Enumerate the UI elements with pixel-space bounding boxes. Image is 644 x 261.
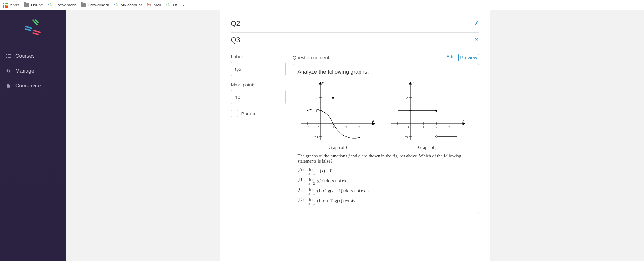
content-card: Q2 Q3 Label Max. points (220, 10, 490, 261)
svg-rect-3 (8, 56, 11, 56)
svg-text:y: y (322, 80, 324, 84)
question-content-column: Question content Edit Preview Analyze th… (293, 54, 479, 213)
bookmark-apps-label: Apps (10, 3, 19, 7)
bookmark-crowdmark-2-label: Crowdmark (88, 3, 109, 7)
content-area: Q2 Q3 Label Max. points (66, 10, 644, 261)
bookmark-users[interactable]: USERS (166, 3, 187, 8)
bookmark-myaccount-label: My account (120, 3, 142, 7)
content-modes: Edit Preview (446, 54, 479, 61)
svg-rect-2 (6, 56, 7, 56)
svg-point-50 (435, 110, 437, 112)
question-q3-title: Q3 (231, 36, 240, 44)
close-icon[interactable] (475, 37, 479, 43)
svg-text:−1: −1 (314, 135, 318, 138)
bookmark-bar: Apps House Crowdmark Crowdmark My accoun… (0, 0, 644, 10)
sidebar-item-label: Courses (15, 53, 35, 59)
svg-marker-7 (372, 122, 375, 125)
svg-text:1: 1 (423, 125, 425, 129)
sidebar-item-manage[interactable]: Manage (0, 64, 66, 78)
gear-icon (6, 69, 11, 73)
edit-icon[interactable] (474, 21, 479, 27)
question-prompt: Analyze the following graphs: (298, 69, 474, 75)
label-field-label: Label (231, 54, 286, 59)
question-statement: The graphs of the functions f and g are … (298, 154, 474, 164)
svg-text:x: x (462, 118, 464, 122)
preview-box: Analyze the following graphs: (293, 64, 479, 213)
bookmark-crowdmark-1[interactable]: Crowdmark (47, 3, 76, 8)
sidebar-item-coordinate[interactable]: Coordinate (0, 78, 66, 93)
clipboard-icon (6, 84, 11, 88)
question-q2-title: Q2 (231, 19, 240, 28)
bookmark-mail[interactable]: Mail (147, 3, 161, 7)
apps-grid-icon (3, 3, 8, 8)
bookmark-house-label: House (31, 3, 43, 7)
graph-f: −1 O 1 2 3 1 2 −1 x (298, 78, 378, 150)
svg-text:2: 2 (436, 125, 437, 129)
svg-point-27 (332, 97, 334, 99)
bookmark-crowdmark-1-label: Crowdmark (54, 3, 76, 7)
svg-text:O: O (318, 125, 320, 129)
sidebar-item-label: Coordinate (15, 83, 41, 89)
svg-rect-5 (8, 57, 11, 58)
folder-icon (24, 3, 29, 7)
maxpoints-input[interactable] (231, 90, 286, 104)
bookmark-apps[interactable]: Apps (3, 3, 19, 8)
sidebar: Courses Manage Coordinate (0, 10, 66, 261)
svg-rect-1 (8, 54, 11, 55)
list-icon (6, 54, 11, 58)
graph-g-caption: Graph of g (388, 145, 468, 150)
sidebar-item-courses[interactable]: Courses (0, 49, 66, 64)
svg-text:−1: −1 (405, 135, 409, 138)
svg-rect-4 (6, 57, 7, 58)
bookmark-users-label: USERS (173, 3, 187, 7)
maxpoints-field-label: Max. points (231, 82, 286, 87)
svg-text:−1: −1 (306, 125, 310, 129)
bonus-row: Bonus (231, 110, 286, 117)
crowdmark-icon (166, 3, 171, 8)
edit-mode-link[interactable]: Edit (446, 54, 455, 61)
option-d: (D) limx→1 (f (x + 1) g(x)) exists. (298, 197, 474, 205)
sidebar-item-label: Manage (15, 68, 34, 74)
option-a: (A) limx→1 f (x) = 0 (298, 167, 474, 175)
option-c: (C) limx→1 (f (x) g(x + 1)) does not exi… (298, 187, 474, 195)
graph-f-caption: Graph of f (298, 145, 378, 150)
content-header-label: Question content (293, 55, 329, 60)
crowdmark-icon (113, 3, 119, 8)
svg-text:3: 3 (448, 125, 450, 129)
graphs-row: −1 O 1 2 3 1 2 −1 x (298, 78, 474, 150)
svg-rect-0 (6, 54, 7, 55)
svg-point-52 (435, 136, 437, 137)
svg-text:O: O (408, 125, 410, 129)
svg-text:2: 2 (406, 96, 408, 100)
bookmark-house[interactable]: House (24, 3, 43, 7)
svg-text:3: 3 (358, 125, 360, 129)
svg-marker-31 (409, 82, 412, 84)
folder-icon (81, 3, 86, 7)
bonus-checkbox[interactable] (231, 110, 238, 117)
svg-text:x: x (372, 118, 374, 122)
content-header: Question content Edit Preview (293, 54, 479, 61)
question-q3-header: Q3 (231, 33, 479, 49)
bookmark-myaccount[interactable]: My account (113, 3, 142, 8)
svg-text:2: 2 (345, 125, 347, 129)
bookmark-mail-label: Mail (154, 3, 161, 7)
question-fields: Label Max. points Bonus (231, 54, 286, 213)
svg-marker-29 (463, 122, 465, 125)
option-b: (B) limx→2 g(x) does not exist. (298, 177, 474, 185)
bonus-label: Bonus (241, 111, 255, 116)
svg-text:1: 1 (332, 125, 334, 129)
question-q2-header: Q2 (231, 16, 479, 32)
svg-text:y: y (412, 80, 414, 84)
bookmark-crowdmark-2[interactable]: Crowdmark (81, 3, 109, 7)
sidebar-logo[interactable] (23, 17, 43, 39)
svg-text:−1: −1 (396, 125, 400, 129)
question-q3-body: Label Max. points Bonus Question content (231, 49, 479, 213)
preview-mode-link[interactable]: Preview (458, 54, 479, 61)
svg-marker-9 (319, 82, 322, 84)
label-input[interactable] (231, 62, 286, 76)
gmail-icon (147, 3, 152, 7)
graph-g: −1 O 1 2 3 1 2 −1 x (388, 78, 468, 150)
svg-text:2: 2 (316, 96, 318, 100)
crowdmark-icon (47, 3, 53, 8)
